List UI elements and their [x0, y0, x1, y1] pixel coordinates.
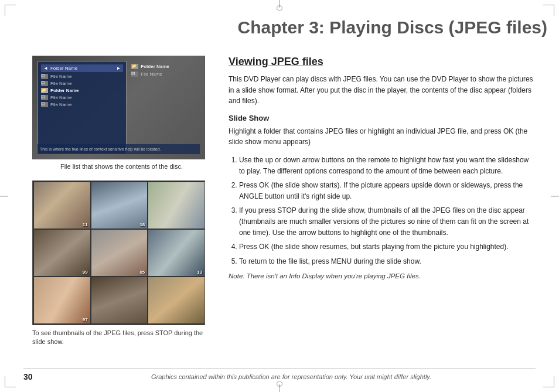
step-3: If you press STOP during the slide show,…	[239, 205, 536, 238]
thumbnail-grid-screenshot: 11 18 99 05 13 97	[32, 180, 205, 325]
thumbnail-cell: 05	[91, 230, 148, 276]
folder-icon: 📁	[131, 64, 138, 69]
crosshair-circle-bottom	[277, 381, 282, 387]
list-item: 📁 Folder Name	[131, 64, 200, 69]
file-list-screen: ◄ Folder Name ► 🖼 File Name 🖼 File Name …	[33, 56, 204, 159]
list-item: 🖼 File Name	[41, 102, 123, 107]
thumb-number: 97	[83, 317, 88, 322]
thumbnail-cell: 11	[34, 182, 90, 229]
crosshair-circle-top	[277, 5, 282, 11]
item-label: File Name	[50, 102, 71, 107]
file-list-right-panel: 📁 Folder Name 🖼 File Name	[127, 61, 200, 154]
thumbnail-cell	[91, 277, 148, 323]
thumbnail-cell: 13	[148, 230, 204, 276]
list-item: 🖼 File Name	[41, 74, 123, 79]
corner-mark-br	[543, 376, 554, 387]
slide-show-intro: Highlight a folder that contains JPEG fi…	[229, 126, 536, 148]
thumbnail-cell	[148, 182, 204, 229]
file-icon: 🖼	[41, 81, 48, 86]
list-item: 🖼 File Name	[41, 95, 123, 100]
corner-mark-bl	[5, 376, 16, 387]
list-item: 📁 Folder Name	[41, 88, 123, 93]
intro-text: This DVD Player can play discs with JPEG…	[229, 74, 536, 107]
footer-text: Graphics contained within this publicati…	[47, 373, 536, 380]
folder-icon: 📁	[41, 88, 48, 93]
page-number: 30	[23, 372, 47, 381]
thumbnail-cell: 99	[34, 230, 90, 276]
file-list-screenshot: ◄ Folder Name ► 🖼 File Name 🖼 File Name …	[32, 56, 205, 159]
note-text: Note: There isn't an Info Display when y…	[229, 272, 536, 279]
footer: 30 Graphics contained within this public…	[23, 368, 536, 381]
item-label: Folder Name	[50, 88, 79, 93]
file-icon: 🖼	[41, 95, 48, 100]
file-list-left-panel: ◄ Folder Name ► 🖼 File Name 🖼 File Name …	[38, 61, 127, 154]
chapter-heading: Chapter 3: Playing Discs (JPEG files)	[217, 18, 547, 37]
thumb-number: 11	[83, 222, 88, 227]
crosshair-right	[551, 196, 559, 196]
right-column: Viewing JPEG files This DVD Player can p…	[229, 56, 536, 279]
thumbnail-grid: 11 18 99 05 13 97	[33, 181, 205, 325]
slide-show-title: Slide Show	[229, 114, 536, 122]
steps-list: Use the up or down arrow buttons on the …	[239, 155, 536, 267]
item-label: File Name	[50, 95, 71, 100]
file-icon: 🖼	[41, 102, 48, 107]
thumbnail-caption: To see thumbnails of the JPEG files, pre…	[32, 329, 211, 347]
file-list-header: ◄ Folder Name ►	[41, 64, 123, 72]
thumb-number: 18	[139, 222, 145, 227]
file-icon: 🖼	[131, 71, 138, 77]
thumb-number: 05	[139, 270, 145, 275]
item-label: File Name	[50, 81, 71, 86]
item-label: File Name	[50, 74, 71, 79]
folder-name-header: Folder Name	[50, 66, 77, 71]
left-column: ◄ Folder Name ► 🖼 File Name 🖼 File Name …	[32, 56, 211, 347]
step-4: Press OK (the slide show resumes, but st…	[239, 241, 536, 253]
item-label: Folder Name	[141, 64, 169, 69]
thumb-number: 99	[83, 270, 88, 275]
corner-mark-tr	[543, 5, 554, 16]
thumb-number: 13	[197, 270, 202, 275]
file-icon: 🖼	[41, 74, 48, 79]
corner-mark-tl	[5, 5, 16, 16]
list-item: 🖼 File Name	[131, 71, 200, 77]
step-1: Use the up or down arrow buttons on the …	[239, 155, 536, 176]
file-list-caption: File list that shows the contents of the…	[32, 163, 211, 170]
crosshair-left	[0, 196, 8, 196]
thumbnail-cell: 97	[34, 277, 90, 323]
section-title: Viewing JPEG files	[229, 56, 536, 68]
help-text: This is where the two lines of context s…	[38, 144, 200, 154]
item-label: File Name	[141, 71, 162, 77]
step-2: Press OK (the slide show starts). If the…	[239, 180, 536, 202]
list-item: 🖼 File Name	[41, 81, 123, 86]
thumbnail-cell	[148, 277, 204, 323]
chapter-title: Chapter 3: Playing Discs (JPEG files)	[217, 18, 547, 37]
step-5: To return to the file list, press MENU d…	[239, 256, 536, 267]
thumbnail-cell: 18	[91, 182, 148, 229]
